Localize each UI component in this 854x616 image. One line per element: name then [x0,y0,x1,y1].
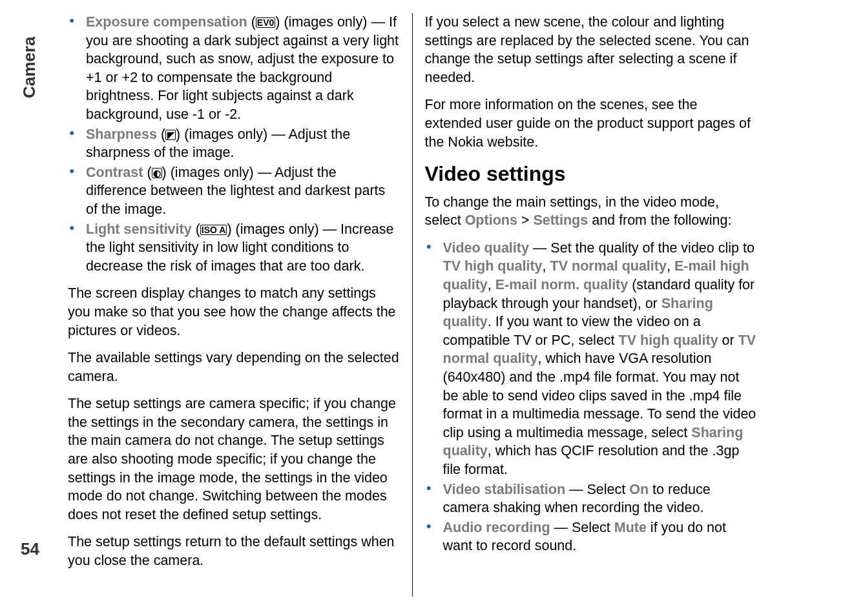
info-paragraph: The setup settings are camera specific; … [68,395,401,524]
sharpness-item: Sharpness (◤) (images only) — Adjust the… [86,125,401,162]
page-number: 54 [21,539,39,559]
exposure-compensation-description: (images only) — If you are shooting a da… [86,14,399,122]
contrast-icon: ◐ [152,168,162,178]
contrast-keyword: Contrast [86,165,143,180]
audio-recording-item: Audio recording — Select Mute if you do … [443,518,758,555]
option-keyword: TV high quality [619,333,718,348]
video-settings-intro: To change the main settings, in the vide… [425,193,758,230]
option-keyword: TV high quality [443,258,543,274]
description-text: , [667,258,674,274]
description-text: — Select [550,520,614,535]
info-paragraph: For more information on the scenes, see … [425,96,758,151]
description-text: — Select [565,482,629,497]
info-paragraph: The screen display changes to match any … [68,284,401,340]
option-keyword: TV normal quality [550,258,667,274]
manual-page: Camera 54 Exposure compensation (EV0) (i… [0,0,854,616]
section-tab-label: Camera [19,37,39,98]
description-text: , [488,277,495,293]
description-text: or [718,333,738,348]
exposure-compensation-keyword: Exposure compensation [86,14,247,30]
exposure-compensation-item: Exposure compensation (EV0) (images only… [86,13,401,124]
video-quality-item: Video quality — Set the quality of the v… [443,239,758,479]
video-stabilisation-item: Video stabilisation — Select On to reduc… [443,480,758,517]
sharpness-icon: ◤ [165,130,176,140]
info-paragraph: If you select a new scene, the colour an… [425,13,758,87]
light-sensitivity-icon: ISO A [200,225,227,235]
video-stabilisation-keyword: Video stabilisation [443,482,566,497]
video-settings-heading: Video settings [425,160,758,188]
light-sensitivity-keyword: Light sensitivity [86,221,192,237]
info-paragraph: The available settings vary depending on… [68,349,401,385]
audio-recording-keyword: Audio recording [443,520,550,535]
exposure-compensation-icon: EV0 [256,17,275,28]
page-content: Exposure compensation (EV0) (images only… [68,13,757,597]
light-sensitivity-item: Light sensitivity (ISO A) (images only) … [86,220,401,276]
separator: > [517,212,534,228]
intro-text-post: and from the following: [588,212,731,228]
settings-keyword: Settings [533,212,588,228]
description-text: , which has QCIF resolution and the .3gp… [443,443,740,477]
info-paragraph: The setup settings return to the default… [68,533,401,570]
option-keyword: Mute [614,520,647,535]
sharpness-keyword: Sharpness [86,127,157,142]
contrast-item: Contrast (◐) (images only) — Adjust the … [86,163,401,219]
option-keyword: On [629,482,649,497]
description-text: , [543,258,550,274]
options-keyword: Options [465,212,517,228]
video-settings-list: Video quality — Set the quality of the v… [425,239,758,555]
image-settings-list: Exposure compensation (EV0) (images only… [68,13,401,275]
description-text: — Set the quality of the video clip to [529,240,755,256]
video-quality-keyword: Video quality [443,240,529,256]
option-keyword: E-mail norm. quality [495,277,628,293]
